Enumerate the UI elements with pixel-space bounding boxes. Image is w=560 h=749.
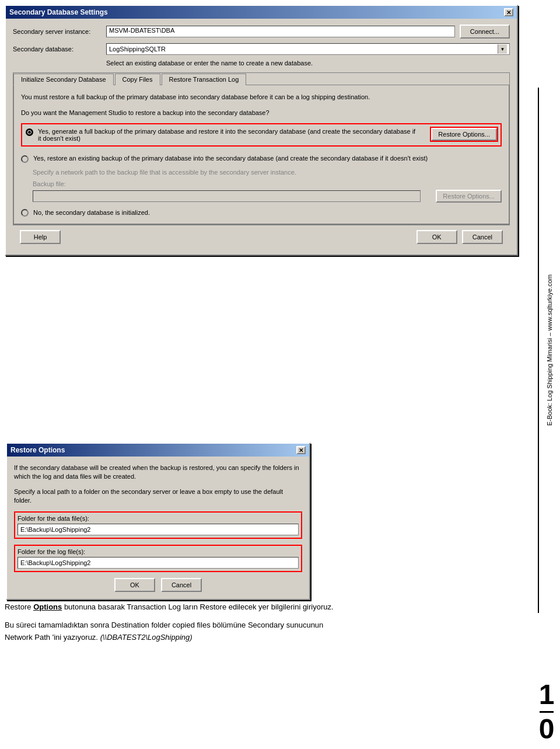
connect-button[interactable]: Connect... (460, 25, 510, 39)
note-text: You must restore a full backup of the pr… (21, 92, 502, 102)
tab-body: You must restore a full backup of the pr… (13, 85, 509, 224)
radio1-container: Yes, generate a full backup of the prima… (21, 123, 502, 147)
question-text: Do you want the Management Studio to res… (21, 109, 502, 116)
secondary-db-label: Secondary database: (13, 46, 106, 53)
backup-file-row: Restore Options... (33, 190, 502, 203)
restore-desc-1: If the secondary database will be create… (14, 464, 302, 482)
page-num-divider (540, 711, 554, 713)
server-instance-label: Secondary server instance: (13, 28, 106, 35)
restore-options-dialog: Restore Options ✕ If the secondary datab… (6, 443, 310, 600)
bottom-text-line1: Restore Options butonuna basarak Transac… (5, 601, 512, 614)
tab-container: Initialize Secondary Database Copy Files… (13, 72, 510, 225)
bottom-text-line3: (\\DBATEST2\LogShipping) (100, 633, 192, 642)
main-dialog-titlebar: Secondary Database Settings ✕ (6, 6, 517, 19)
data-file-input[interactable] (18, 524, 299, 535)
radio3-container: No, the secondary database is initialize… (21, 208, 502, 217)
tab-initialize[interactable]: Initialize Secondary Database (13, 74, 114, 85)
secondary-db-row: Secondary database: LogShippingSQLTR ▼ (13, 43, 510, 55)
restore-options-button-2: Restore Options... (436, 190, 502, 203)
page-num-2: 0 (536, 715, 558, 743)
tab-restore-transaction[interactable]: Restore Transaction Log (162, 74, 247, 85)
radio2-container: Yes, restore an existing backup of the p… (21, 155, 502, 163)
log-file-group: Folder for the log file(s): (14, 545, 302, 572)
restore-cancel-button[interactable]: Cancel (161, 578, 202, 592)
data-file-group: Folder for the data file(s): (14, 511, 302, 539)
select-arrow-icon[interactable]: ▼ (498, 44, 507, 54)
radio1-option: Yes, generate a full backup of the prima… (26, 128, 419, 142)
radio1-button[interactable] (26, 128, 33, 136)
main-dialog: Secondary Database Settings ✕ Secondary … (5, 5, 518, 256)
tab-copy-files[interactable]: Copy Files (115, 74, 160, 85)
data-file-label: Folder for the data file(s): (18, 515, 299, 522)
specify-section: Specify a network path to the backup fil… (33, 169, 502, 203)
restore-desc-2: Specify a local path to a folder on the … (14, 487, 302, 506)
page-number-area: 1 0 (536, 681, 558, 743)
log-file-input[interactable] (18, 557, 299, 569)
restore-dialog-titlebar: Restore Options ✕ (7, 444, 309, 457)
ok-cancel-group: OK Cancel (416, 230, 503, 244)
help-button[interactable]: Help (20, 230, 61, 244)
secondary-db-select[interactable]: LogShippingSQLTR ▼ (106, 43, 510, 55)
hint-text: Select an existing database or enter the… (106, 60, 510, 67)
bottom-text-area: Restore Options butonuna basarak Transac… (5, 601, 512, 649)
cancel-button[interactable]: Cancel (462, 230, 503, 244)
dialog-buttons: Help OK Cancel (13, 225, 510, 249)
restore-dialog-content: If the secondary database will be create… (7, 457, 309, 599)
right-sidebar: E-Book: Log Shipping Mimarisi – www.sqlt… (538, 88, 560, 613)
backup-file-input[interactable] (33, 190, 421, 202)
restore-ok-button[interactable]: OK (114, 578, 155, 592)
options-underline: Options (33, 602, 62, 611)
sidebar-vertical-text: E-Book: Log Shipping Mimarisi – www.sqlt… (546, 274, 553, 426)
main-dialog-title: Secondary Database Settings (9, 8, 108, 16)
main-dialog-content: Secondary server instance: MSVM-DBATEST\… (6, 19, 517, 255)
radio2-button[interactable] (21, 155, 29, 163)
backup-file-label: Backup file: (33, 180, 502, 187)
restore-options-button-1[interactable]: Restore Options... (431, 128, 497, 141)
radio2-label: Yes, restore an existing backup of the p… (33, 155, 502, 162)
page-num-1: 1 (536, 681, 558, 709)
radio3-button[interactable] (21, 209, 29, 217)
restore-dialog-title: Restore Options (10, 446, 65, 454)
radio1-label: Yes, generate a full backup of the prima… (38, 128, 419, 142)
server-instance-input[interactable]: MSVM-DBATEST\DBA (106, 26, 455, 37)
restore-dialog-buttons: OK Cancel (14, 578, 302, 592)
server-instance-row: Secondary server instance: MSVM-DBATEST\… (13, 25, 510, 39)
radio3-label: No, the secondary database is initialize… (33, 209, 502, 216)
specify-text: Specify a network path to the backup fil… (33, 169, 502, 176)
main-dialog-close-button[interactable]: ✕ (504, 8, 513, 16)
log-file-label: Folder for the log file(s): (18, 548, 299, 555)
tab-header: Initialize Secondary Database Copy Files… (13, 73, 509, 85)
bottom-text-line2: Bu süreci tamamladıktan sonra Destinatio… (5, 619, 512, 644)
restore-dialog-close-button[interactable]: ✕ (296, 446, 306, 454)
ok-button[interactable]: OK (416, 230, 457, 244)
